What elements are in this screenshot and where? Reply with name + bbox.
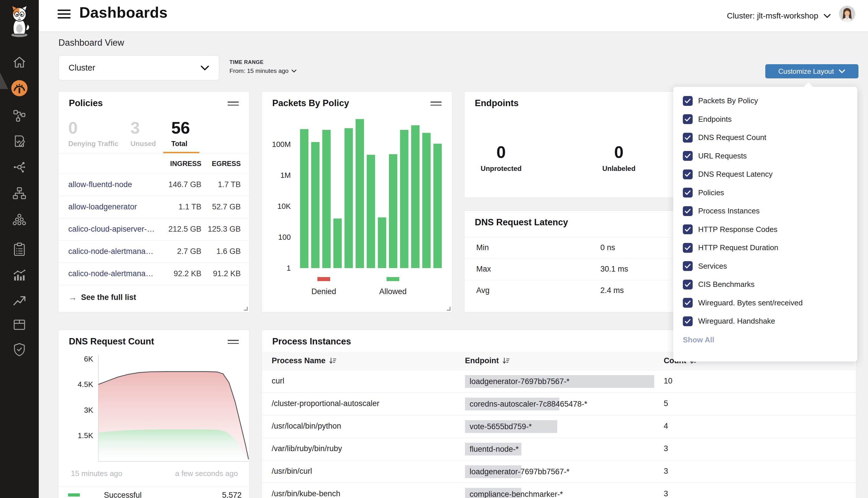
packets-by-policy-card: Packets By Policy 110010K1M100MDeniedAll… <box>261 91 452 312</box>
time-range: TIME RANGE From: 15 minutes ago <box>230 59 297 74</box>
page-title: Dashboards <box>79 4 168 21</box>
sidebar-item-managed-clusters[interactable] <box>0 211 39 227</box>
stat-value: 56 <box>171 119 190 136</box>
policy-link[interactable]: allow-loadgenerator <box>68 202 137 211</box>
policy-link[interactable]: calico-node-alertmana… <box>68 247 153 256</box>
sort-icon <box>329 357 337 365</box>
policies-card-title: Policies <box>69 98 103 108</box>
svg-text:6K: 6K <box>84 355 93 363</box>
time-range-label: TIME RANGE <box>230 59 297 65</box>
process-row: /usr/bin/curlloadgenerator-7697bb7567-*3 <box>262 460 856 483</box>
policy-egress: 1.6 GB <box>206 247 241 256</box>
panel-item-label: HTTP Response Codes <box>698 225 777 234</box>
sidebar-item-dashboard[interactable] <box>0 80 39 96</box>
sidebar-item-image-assurance[interactable] <box>0 317 39 333</box>
policy-link[interactable]: calico-node-alertmana… <box>68 269 153 278</box>
drag-handle-icon[interactable] <box>228 102 239 108</box>
dashboard-view-label: Dashboard View <box>59 38 124 48</box>
sidebar-item-threat-feeds[interactable] <box>0 293 39 309</box>
customize-layout-button[interactable]: Customize Layout <box>765 64 858 78</box>
checkbox-checked-icon[interactable] <box>683 206 693 216</box>
svg-text:1.5K: 1.5K <box>78 431 93 440</box>
sidebar-item-compliance[interactable] <box>0 241 39 258</box>
sidebar-item-service-graph[interactable] <box>0 108 39 124</box>
checkbox-checked-icon[interactable] <box>683 280 693 289</box>
panel-item-label: URL Requests <box>698 152 747 160</box>
resize-handle[interactable] <box>244 307 248 311</box>
policies-tabs: 0 Denying Traffic 3 Unused 56 Total <box>59 119 249 153</box>
panel-item-label: Process Instances <box>698 207 760 215</box>
sidebar-item-flow-visualizations[interactable] <box>0 159 39 175</box>
panel-item-endpoints[interactable]: Endpoints <box>683 110 803 129</box>
panel-item-packets-by-policy[interactable]: Packets By Policy <box>683 92 803 110</box>
checkbox-checked-icon[interactable] <box>683 133 693 143</box>
sidebar-item-home[interactable] <box>0 54 39 70</box>
policy-link[interactable]: allow-fluentd-node <box>68 180 132 189</box>
see-full-list-link[interactable]: → See the full list <box>68 292 136 302</box>
endpoints-card-title: Endpoints <box>475 98 519 108</box>
policy-row: allow-fluentd-node146.7 GB1.7 TB <box>59 174 249 196</box>
endpoint-name: coredns-autoscaler-7c88465478-* <box>465 400 587 408</box>
panel-item-cis-benchmarks[interactable]: CIS Benchmarks <box>683 275 803 294</box>
svg-text:1: 1 <box>287 264 291 272</box>
panel-item-dns-request-count[interactable]: DNS Request Count <box>683 128 803 147</box>
sidebar-item-activity[interactable] <box>0 267 39 284</box>
panel-item-url-requests[interactable]: URL Requests <box>683 147 803 166</box>
user-avatar[interactable] <box>839 6 855 22</box>
column-endpoint[interactable]: Endpoint <box>465 356 510 365</box>
checkbox-checked-icon[interactable] <box>683 114 693 124</box>
panel-item-wireguard-handshake[interactable]: Wireguard. Handshake <box>683 312 803 330</box>
show-all-link[interactable]: Show All <box>683 336 714 344</box>
svg-text:100M: 100M <box>272 140 291 149</box>
checkbox-checked-icon[interactable] <box>683 96 693 106</box>
latency-label: Min <box>476 243 489 252</box>
panel-item-http-request-duration[interactable]: HTTP Request Duration <box>683 239 803 257</box>
panel-item-label: CIS Benchmarks <box>698 280 754 289</box>
panel-item-process-instances[interactable]: Process Instances <box>683 202 803 220</box>
checkbox-checked-icon[interactable] <box>683 261 693 271</box>
stat-label: Total <box>171 140 190 148</box>
column-process-name[interactable]: Process Name <box>272 356 337 365</box>
process-count: 3 <box>664 467 668 476</box>
sidebar-item-policies[interactable] <box>0 133 39 149</box>
resize-handle[interactable] <box>447 307 451 311</box>
view-select-value: Cluster <box>68 63 95 73</box>
stat-value: 0 <box>597 144 640 160</box>
panel-item-policies[interactable]: Policies <box>683 184 803 202</box>
stat-label: Denying Traffic <box>68 140 118 148</box>
sidebar-item-networksets[interactable] <box>0 185 39 201</box>
time-range-value[interactable]: From: 15 minutes ago <box>230 67 297 74</box>
cluster-switcher[interactable]: Cluster: jlt-msft-workshop <box>727 0 831 32</box>
policy-egress: 91.2 KB <box>206 269 241 278</box>
view-select[interactable]: Cluster <box>59 55 219 80</box>
checkbox-checked-icon[interactable] <box>683 316 693 326</box>
process-row: /usr/bin/kube-benchcompliance-benchmarke… <box>262 483 856 498</box>
endpoint-name: loadgenerator-7697bb7567-* <box>465 377 569 386</box>
svg-text:Denied: Denied <box>311 287 336 296</box>
panel-item-services[interactable]: Services <box>683 257 803 276</box>
column-ingress: INGRESS <box>143 160 202 168</box>
panel-item-http-response-codes[interactable]: HTTP Response Codes <box>683 220 803 239</box>
tab-denying-traffic[interactable]: 0 Denying Traffic <box>68 119 118 148</box>
panel-item-wireguard-bytes-sent-received[interactable]: Wireguard. Bytes sent/received <box>683 294 803 312</box>
checkbox-checked-icon[interactable] <box>683 224 693 234</box>
panel-notch <box>803 82 813 92</box>
tab-unused[interactable]: 3 Unused <box>130 119 156 148</box>
arrow-right-icon: → <box>68 292 77 302</box>
tab-total[interactable]: 56 Total <box>171 119 190 148</box>
svg-text:1M: 1M <box>280 171 291 180</box>
checkbox-checked-icon[interactable] <box>683 188 693 197</box>
checkbox-checked-icon[interactable] <box>683 243 693 253</box>
chevron-down-icon <box>200 65 209 70</box>
checkbox-checked-icon[interactable] <box>683 169 693 179</box>
menu-hamburger-icon[interactable] <box>57 10 70 20</box>
policy-ingress: 1.1 TB <box>143 202 202 211</box>
checkbox-checked-icon[interactable] <box>683 298 693 308</box>
chevron-down-icon <box>839 69 845 74</box>
sidebar-item-threat-defense[interactable] <box>0 342 39 358</box>
policy-link[interactable]: calico-cloud-apiserver-… <box>68 225 155 234</box>
endpoint-name: vote-5655bd759-* <box>465 422 532 431</box>
panel-item-dns-request-latency[interactable]: DNS Request Latency <box>683 165 803 184</box>
endpoint-name: compliance-benchmarker-* <box>465 490 563 498</box>
checkbox-checked-icon[interactable] <box>683 151 693 161</box>
